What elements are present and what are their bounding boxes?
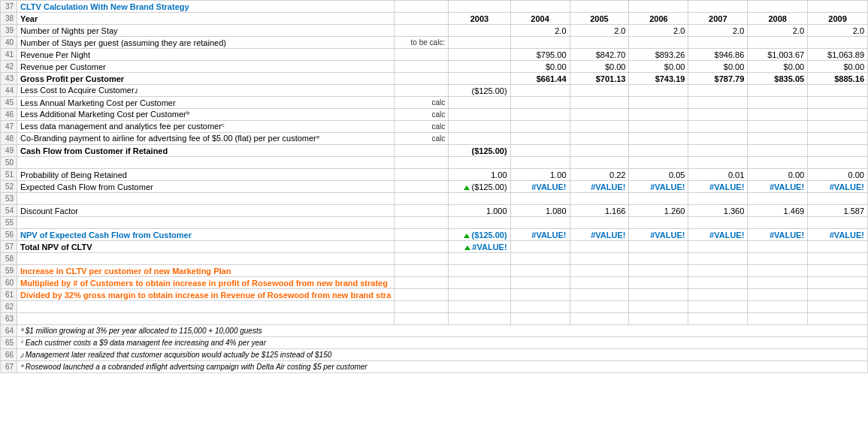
row-number: 54 xyxy=(1,205,17,217)
data-cell xyxy=(629,313,688,325)
data-cell: #VALUE! xyxy=(629,181,688,193)
data-cell: $661.44 xyxy=(510,73,570,85)
data-cell xyxy=(688,1,748,13)
data-cell xyxy=(449,121,510,133)
data-cell xyxy=(629,193,688,205)
table-row: 43Gross Profit per Customer$661.44$701.1… xyxy=(1,73,868,85)
table-row: 45Less Annual Marketing Cost per Custome… xyxy=(1,97,868,109)
data-cell xyxy=(510,265,570,277)
data-cell xyxy=(808,241,868,253)
table-row: 58 xyxy=(1,253,868,265)
data-cell xyxy=(748,253,808,265)
data-cell: 1.260 xyxy=(629,205,688,217)
data-cell: $1,003.67 xyxy=(748,49,808,61)
row-label: Less Additional Marketing Cost per Custo… xyxy=(17,109,395,121)
data-cell xyxy=(629,121,688,133)
table-row: 41Revenue Per Night$795.00$842.70$893.26… xyxy=(1,49,868,61)
row-label: Year xyxy=(17,13,395,25)
data-cell xyxy=(688,193,748,205)
data-cell: $787.79 xyxy=(688,73,748,85)
row-label: Less data management and analytics fee p… xyxy=(17,121,395,133)
row-label: Number of Stays per guest (assuming they… xyxy=(17,37,395,49)
table-row: 63 xyxy=(1,313,868,325)
data-cell: #VALUE! xyxy=(748,181,808,193)
row-number: 67 xyxy=(1,361,17,373)
data-cell xyxy=(510,97,570,109)
row-label: Number of Nights per Stay xyxy=(17,25,395,37)
data-cell: #VALUE! xyxy=(808,181,868,193)
table-row: 49Cash Flow from Customer if Retained($1… xyxy=(1,145,868,157)
data-cell xyxy=(395,253,449,265)
data-cell: #VALUE! xyxy=(808,229,868,241)
row-number: 52 xyxy=(1,181,17,193)
data-cell xyxy=(449,61,510,73)
data-cell xyxy=(629,253,688,265)
data-cell xyxy=(808,1,868,13)
data-cell: 2.0 xyxy=(510,25,570,37)
data-cell xyxy=(510,313,570,325)
data-cell xyxy=(395,61,449,73)
indicator-triangle xyxy=(464,234,470,238)
data-cell xyxy=(748,109,808,121)
data-cell xyxy=(395,13,449,25)
table-row: 61Divided by 32% gross margin to obtain … xyxy=(1,289,868,301)
row-number: 65 xyxy=(1,337,17,349)
data-cell xyxy=(449,97,510,109)
data-cell: 1.360 xyxy=(688,205,748,217)
row-label: Revenue per Customer xyxy=(17,61,395,73)
data-cell: 2004 xyxy=(510,13,570,25)
data-cell: $893.26 xyxy=(629,49,688,61)
data-cell xyxy=(629,145,688,157)
data-cell xyxy=(808,121,868,133)
data-cell xyxy=(748,289,808,301)
data-cell xyxy=(395,265,449,277)
data-cell: #VALUE! xyxy=(570,181,629,193)
data-cell xyxy=(629,37,688,49)
data-cell xyxy=(449,49,510,61)
data-cell xyxy=(449,73,510,85)
data-cell xyxy=(629,109,688,121)
data-cell xyxy=(688,85,748,97)
row-label: Probability of Being Retained xyxy=(17,169,395,181)
table-row: 38Year2003200420052006200720082009 xyxy=(1,13,868,25)
row-label: Co-Branding payment to airline for adver… xyxy=(17,133,395,145)
table-row: 59Increase in CLTV per customer of new M… xyxy=(1,265,868,277)
row-label: ᵇ $1 million growing at 3% per year allo… xyxy=(17,325,868,337)
row-label: Increase in CLTV per customer of new Mar… xyxy=(17,265,395,277)
row-label: Expected Cash Flow from Customer xyxy=(17,181,395,193)
data-cell: $0.00 xyxy=(688,61,748,73)
data-cell xyxy=(570,313,629,325)
data-cell xyxy=(449,193,510,205)
data-cell xyxy=(688,277,748,289)
row-number: 40 xyxy=(1,37,17,49)
data-cell xyxy=(688,241,748,253)
data-cell: 2003 xyxy=(449,13,510,25)
row-label: Multiplied by # of Customers to obtain i… xyxy=(17,277,395,289)
data-cell: #VALUE! xyxy=(629,229,688,241)
table-row: 37CLTV Calculation With New Brand Strate… xyxy=(1,1,868,13)
row-number: 57 xyxy=(1,241,17,253)
data-cell xyxy=(629,241,688,253)
data-cell xyxy=(629,1,688,13)
data-cell: ($125.00) xyxy=(449,229,510,241)
row-label: NPV of Expected Cash Flow from Customer xyxy=(17,229,395,241)
data-cell xyxy=(748,157,808,169)
row-number: 50 xyxy=(1,157,17,169)
data-cell xyxy=(395,205,449,217)
table-row: 60Multiplied by # of Customers to obtain… xyxy=(1,277,868,289)
data-cell xyxy=(395,25,449,37)
data-cell xyxy=(570,301,629,313)
data-cell xyxy=(688,217,748,229)
row-number: 63 xyxy=(1,313,17,325)
spreadsheet: 37CLTV Calculation With New Brand Strate… xyxy=(0,0,868,373)
data-cell xyxy=(449,289,510,301)
data-cell xyxy=(570,1,629,13)
data-cell: 1.00 xyxy=(510,169,570,181)
data-cell xyxy=(395,157,449,169)
data-cell: 2.0 xyxy=(688,25,748,37)
row-label xyxy=(17,157,395,169)
row-number: 44 xyxy=(1,85,17,97)
data-cell xyxy=(748,193,808,205)
table-row: 44Less Cost to Acquire Customerᴊ($125.00… xyxy=(1,85,868,97)
data-cell xyxy=(808,265,868,277)
